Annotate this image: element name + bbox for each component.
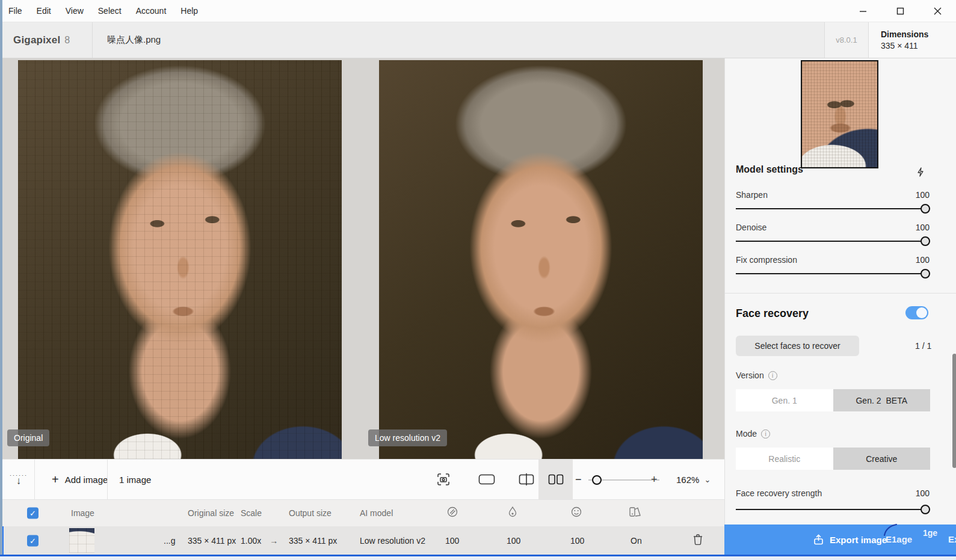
mode-label-text: Mode [736, 429, 757, 438]
original-image-preview[interactable] [18, 60, 342, 459]
info-icon[interactable]: i [761, 429, 770, 438]
row-denoise-value[interactable]: 100 [507, 536, 520, 546]
strength-slider[interactable] [736, 505, 930, 514]
faces-counter: 1 / 1 [915, 341, 931, 351]
window-controls [844, 0, 956, 22]
gen2-label: Gen. 2 [856, 396, 881, 405]
strength-label: Face recovery strength [736, 488, 822, 498]
file-tab[interactable]: 噪点人像.png [93, 22, 175, 58]
menu-file[interactable]: File [0, 6, 29, 16]
menu-help[interactable]: Help [173, 6, 205, 16]
down-arrow-icon: ↓ [16, 477, 22, 485]
denoise-value: 100 [916, 223, 930, 232]
realistic-label: Realistic [768, 454, 800, 464]
col-output-size: Output size [289, 508, 332, 518]
version-label: Version i [736, 371, 777, 380]
thumbnail-image [802, 61, 877, 167]
gen2-beta-badge: BETA [886, 396, 908, 405]
gigapixel-window: File Edit View Select Account Help Gigap… [0, 0, 956, 560]
file-tab-label: 噪点人像.png [107, 34, 161, 46]
side-by-side-view-icon[interactable] [538, 460, 573, 499]
select-all-checkbox[interactable] [27, 508, 39, 519]
denoise-slider[interactable] [736, 236, 930, 246]
gen1-option[interactable]: Gen. 1 [736, 389, 833, 411]
arrow-right-icon: → [270, 536, 278, 546]
preview-canvas[interactable]: Original Low resolution v2 [0, 58, 724, 459]
row-filename: ...g [164, 536, 175, 546]
row-color-value[interactable]: On [631, 536, 642, 546]
col-ai-model: AI model [360, 508, 393, 518]
face-recovery-toggle[interactable] [905, 306, 928, 319]
single-view-icon[interactable] [469, 460, 504, 499]
toolbar-separator [107, 460, 108, 499]
realistic-option[interactable]: Realistic [736, 448, 833, 470]
minimize-icon[interactable] [844, 0, 881, 22]
row-thumbnail [69, 528, 94, 553]
menu-edit[interactable]: Edit [29, 6, 58, 16]
zoom-level-value: 162% [676, 475, 699, 485]
menu-account[interactable]: Account [129, 6, 174, 16]
info-icon[interactable]: i [768, 371, 777, 380]
enhanced-label-badge: Low resolution v2 [368, 429, 447, 446]
sharpen-slider[interactable] [736, 204, 930, 214]
fix-compression-slider[interactable] [736, 269, 930, 278]
export-image-button[interactable]: Export image [813, 534, 887, 545]
collapse-panel-icon[interactable]: ······ ↓ [5, 460, 32, 499]
col-image: Image [71, 508, 94, 518]
zoom-in-button[interactable]: + [651, 460, 658, 499]
fix-compression-label: Fix compression [736, 255, 797, 265]
enhanced-image-preview[interactable] [379, 60, 703, 459]
zoom-slider[interactable] [588, 479, 659, 481]
snapshot-view-icon[interactable] [426, 460, 460, 499]
zoom-out-button[interactable]: − [575, 460, 582, 499]
denoise-column-icon [507, 506, 518, 520]
row-checkbox[interactable] [27, 535, 39, 546]
original-label-badge: Original [7, 429, 49, 446]
menu-select[interactable]: Select [91, 6, 129, 16]
lightning-icon [915, 167, 927, 179]
row-face-recovery-value[interactable]: 100 [570, 536, 584, 546]
fix-compression-value: 100 [916, 255, 930, 265]
zoom-slider-thumb[interactable] [592, 475, 602, 485]
delete-row-icon[interactable] [692, 534, 703, 548]
window-left-edge [0, 0, 2, 555]
face-recovery-column-icon [570, 506, 582, 520]
add-image-button[interactable]: + Add image [42, 460, 117, 499]
mode-label: Mode i [736, 429, 770, 438]
add-image-label: Add image [65, 475, 108, 485]
row-original-size: 335 × 411 px [188, 536, 236, 546]
menu-view[interactable]: View [58, 6, 91, 16]
gen2-option[interactable]: Gen. 2 BETA [833, 389, 931, 411]
app-name: Gigapixel [13, 34, 60, 46]
zoom-level-dropdown[interactable]: 162% ⌄ [676, 460, 711, 499]
face-recovery-title: Face recovery [736, 307, 809, 320]
toolbar-separator [34, 460, 35, 499]
sidebar-scrollbar[interactable] [952, 354, 956, 468]
model-settings-title: Model settings [736, 164, 803, 175]
dimensions-panel: Dimensions 335 × 411 [869, 22, 956, 58]
creative-option[interactable]: Creative [833, 448, 931, 470]
row-output-size: 335 × 411 px [289, 536, 337, 546]
close-icon[interactable] [919, 0, 956, 22]
image-row[interactable]: ...g 335 × 411 px 1.00x→ 335 × 411 px Lo… [0, 526, 724, 555]
navigation-thumbnail[interactable] [801, 60, 878, 168]
menu-bar: File Edit View Select Account Help [0, 0, 956, 22]
section-divider [725, 293, 956, 294]
row-scale: 1.00x→ [241, 536, 278, 546]
maximize-icon[interactable] [881, 0, 919, 22]
sharpen-label: Sharpen [736, 190, 768, 200]
upload-icon [813, 534, 824, 545]
export-bar: Export image E1age 1ge Ex [724, 525, 956, 555]
strength-value: 100 [916, 488, 930, 498]
select-faces-button[interactable]: Select faces to recover [736, 336, 859, 356]
row-scale-value: 1.00x [241, 536, 261, 546]
plus-icon: + [52, 473, 59, 487]
image-count: 1 image [119, 460, 151, 499]
denoise-label: Denoise [736, 223, 766, 232]
sharpen-value: 100 [916, 190, 930, 200]
settings-sidebar: Model settings Sharpen 100 Denoise 100 F… [724, 58, 956, 525]
row-sharpen-value[interactable]: 100 [445, 536, 459, 546]
row-ai-model[interactable]: Low resolution v2 [360, 536, 425, 546]
app-number: 8 [64, 35, 70, 46]
chevron-down-icon: ⌄ [704, 475, 711, 484]
